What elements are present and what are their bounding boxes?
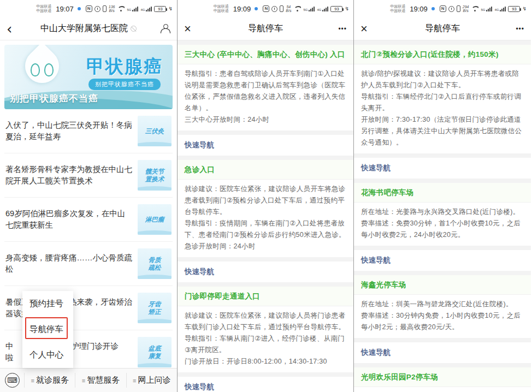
section-happy-farm-p2-parking: 光明欢乐田园P2停车场 所在地址：光明科学城展厅旁（圳园路）(近门诊楼)。 费率… (354, 367, 531, 392)
section-north-gate-2: 北门②预检分诊入口(近住院楼，约150米) 就诊/陪护/探视建议：建议陪诊人员开… (354, 45, 531, 153)
section-text: 门诊开放日：开诊日8:00-12:00，14:30-17:30 (185, 356, 346, 367)
vibrate-icon (457, 5, 460, 12)
article-thumbnail: 牙齿 矫正 (138, 293, 172, 323)
page-title: 导航停车 (381, 23, 504, 34)
page-title: 中山大学附属第七医院 (27, 23, 150, 34)
section-body: 所在地址：光明科学城展厅旁（圳园路）(近门诊楼)。 费率描述：30分钟内免费，1… (354, 387, 531, 392)
section-text: 导航指引：车辆从南门②进入，经停门诊楼、从南门③离开院区。 (185, 333, 346, 356)
section-body: 就诊建议：医院车位紧张，建议陪诊人员开车将急诊患者载到南门②预检分诊入口处下车后… (178, 180, 353, 257)
quick-nav-link[interactable]: 快速导航 (178, 377, 353, 392)
section-header: 门诊即停即走通道入口 (178, 287, 353, 306)
clock-time: 19:09 (410, 5, 428, 13)
section-header: 海鑫光停车场 (354, 275, 531, 295)
section-header: 花海书吧停车场 (354, 183, 531, 203)
article-thumbnail: 三伏灸 (138, 116, 172, 146)
section-emergency-entrance: 急诊入口 就诊建议：医院车位紧张，建议陪诊人员开车将急诊患者载到南门②预检分诊入… (178, 160, 353, 257)
bottom-menu-bar: ⌨ ≡就诊服务 ≡智慧服务 ≡网上问诊 (0, 368, 177, 392)
alarm-icon (271, 6, 277, 12)
section-text: 导航指引：车辆经停北门②入口后直行停车或前行调头离开。 (361, 91, 524, 114)
tab-online-consult[interactable]: ≡网上问诊 (126, 373, 177, 388)
section-body: 所在地址：光姜路与永兴路交叉路口处(近门诊楼)。 费率描述：免费30分钟，首1个… (354, 203, 531, 246)
article-thumbnail: 盆底 康复 (138, 337, 172, 367)
stitched-screenshots: 中国联通中国联通 19:07 N 136B/s 5G 4G 93 ↯ ‹ 中山大… (0, 0, 532, 392)
clock-time: 19:09 (233, 5, 251, 13)
quick-nav-link[interactable]: 快速导航 (354, 342, 531, 363)
profile-icon[interactable] (160, 24, 170, 33)
signal-sim1-icon: 5G (481, 7, 492, 11)
menu-lines-icon: ≡ (82, 377, 85, 384)
section-body: 就诊建议：医院车位紧张，建议陪诊人员将门诊患者车载到门诊入口处下车后，通过预约平… (178, 306, 353, 372)
alarm-icon (448, 6, 454, 12)
signal-sim1-icon: 5G (127, 7, 138, 11)
clock-time: 19:07 (56, 5, 74, 13)
section-text: 就诊建议：医院车位紧张，建议陪诊人员开车将急诊患者载到南门②预检分诊入口处下车后… (185, 183, 346, 218)
section-text: 费率描述：30分钟内免费，1小时内收费10元，之后每小时2元；最高收费20元/天… (361, 310, 524, 333)
article-row[interactable]: 身高变矮，腰背疼痛……小心骨质疏松 骨质 疏松 (4, 242, 173, 286)
wifi-icon (117, 6, 125, 12)
back-icon[interactable]: ‹ (7, 23, 12, 34)
section-text: 费率描述：免费30分钟，首1个小时收费10元，之后每小时收费2元，24小时收20… (361, 218, 524, 241)
thyroid-icon (31, 63, 54, 78)
section-text: 就诊/陪护/探视建议：建议陪诊人员开车将患者或陪护人员车载到北门②入口处下车。 (361, 68, 524, 91)
signal-sim2-icon: 4G (317, 7, 328, 11)
section-text: 导航指引：疫情期间，车辆在南门②入口处将患者放下、患者经南门②预检分诊后步行约5… (185, 218, 346, 241)
section-header: 光明欢乐田园P2停车场 (354, 367, 531, 387)
section-body: 就诊/陪护/探视建议：建议陪诊人员开车将患者或陪护人员车载到北门②入口处下车。 … (354, 64, 531, 153)
more-icon[interactable]: ••• (516, 25, 524, 33)
nfc-icon: N (263, 5, 269, 12)
keyboard-icon[interactable]: ⌨ (5, 373, 20, 388)
signal-sim2-icon: 4G (140, 7, 152, 11)
article-title: 著名矫形骨科专家李为教授在中山七院开展人工髋关节置换术 (5, 164, 138, 187)
network-speed: 136B/s (109, 5, 115, 13)
section-text: 所在地址：光姜路与永兴路交叉路口处(近门诊楼)。 (361, 206, 524, 218)
section-haixinguang-parking: 海鑫光停车场 所在地址：圳美一路与碧龙路交汇处(近住院楼)。 费率描述：30分钟… (354, 275, 531, 338)
article-row[interactable]: 入伏了，中山七院三伏灸开贴！冬病夏治，延年益寿 三伏灸 (4, 109, 173, 153)
menu-item-parking-navigation[interactable]: 导航停车 (22, 317, 73, 342)
quick-nav-link[interactable]: 快速导航 (354, 158, 531, 179)
more-icon[interactable]: ••• (338, 25, 347, 33)
status-icons: N 294B/s 5G 4G 93 ↯ (440, 5, 527, 13)
menu-item-personal-center[interactable]: 个人中心 (22, 342, 73, 368)
carrier-label: 中国联通中国联通 (214, 4, 229, 13)
quick-nav-link[interactable]: 快速导航 (354, 250, 531, 271)
close-icon[interactable]: × (184, 23, 191, 34)
article-title: 69岁阿伯淋巴瘤多次复发，在中山七院重获新生 (5, 208, 138, 231)
charging-icon: ↯ (168, 6, 173, 11)
service-popup-menu: 预约挂号 导航停车 个人中心 (22, 291, 73, 368)
banner-card[interactable]: 甲状腺癌 别把甲状腺癌不当癌 别把甲状腺癌不当癌 (4, 45, 173, 109)
muted-bell-icon (131, 26, 137, 32)
carrier-label: 中国联通中国联通 (36, 4, 51, 13)
location-dot-icon (78, 7, 81, 10)
section-body: 所在地址：圳美一路与碧龙路交汇处(近住院楼)。 费率描述：30分钟内免费，1小时… (354, 295, 531, 338)
location-dot-icon (255, 7, 258, 10)
article-row[interactable]: 著名矫形骨科专家李为教授在中山七院开展人工髋关节置换术 髋关节 置换术 (4, 153, 173, 198)
section-header: 急诊入口 (178, 160, 353, 180)
section-three-centers: 三大中心 (卒中中心、胸痛中心、创伤中心) 入口 导航指引：患者自驾或陪诊人员开… (178, 45, 353, 130)
banner-caption: 别把甲状腺癌不当癌 (10, 92, 98, 105)
section-text: 开放时间：7:30-17:30（法定节假日门诊停诊此通道另行调整，具体请关注中山… (361, 114, 524, 149)
charging-icon: ↯ (522, 6, 527, 11)
tab-smart-services[interactable]: ≡智慧服务 (75, 373, 126, 388)
quick-nav-link[interactable]: 快速导航 (178, 135, 353, 156)
carrier-label: 中国联通中国联通 (390, 4, 405, 13)
nav-bar: ‹ 中山大学附属第七医院 (0, 17, 177, 40)
status-icons: N 54B/s 5G 4G 93 ↯ (263, 5, 349, 13)
menu-item-appointment[interactable]: 预约挂号 (22, 291, 73, 317)
nav-bar: × 导航停车 ••• (354, 17, 531, 40)
wifi-icon (293, 6, 301, 12)
status-bar: 中国联通中国联通 19:09 N 294B/s 5G 4G 93 ↯ (354, 0, 531, 17)
article-thumbnail: 淋巴瘤 (138, 204, 172, 235)
vibrate-icon (280, 5, 283, 12)
network-speed: 54B/s (286, 5, 291, 13)
quick-nav-link[interactable]: 快速导航 (178, 262, 353, 282)
section-huahai-parking: 花海书吧停车场 所在地址：光姜路与永兴路交叉路口处(近门诊楼)。 费率描述：免费… (354, 183, 531, 246)
article-row[interactable]: 69岁阿伯淋巴瘤多次复发，在中山七院重获新生 淋巴瘤 (4, 198, 173, 242)
battery-icon: 93 (508, 6, 520, 12)
tab-visit-services[interactable]: ≡就诊服务 (24, 373, 75, 388)
screen-official-account: 中国联通中国联通 19:07 N 136B/s 5G 4G 93 ↯ ‹ 中山大… (0, 0, 177, 392)
section-text: 所在地址：圳美一路与碧龙路交汇处(近住院楼)。 (361, 299, 524, 310)
close-icon[interactable]: × (360, 23, 368, 34)
wifi-icon (471, 6, 478, 12)
nav-bar: × 导航停车 ••• (178, 17, 353, 40)
section-body: 导航指引：患者自驾或陪诊人员开车到南门①入口处说明是需要急救患者门卫确认后驾车到… (178, 64, 353, 130)
